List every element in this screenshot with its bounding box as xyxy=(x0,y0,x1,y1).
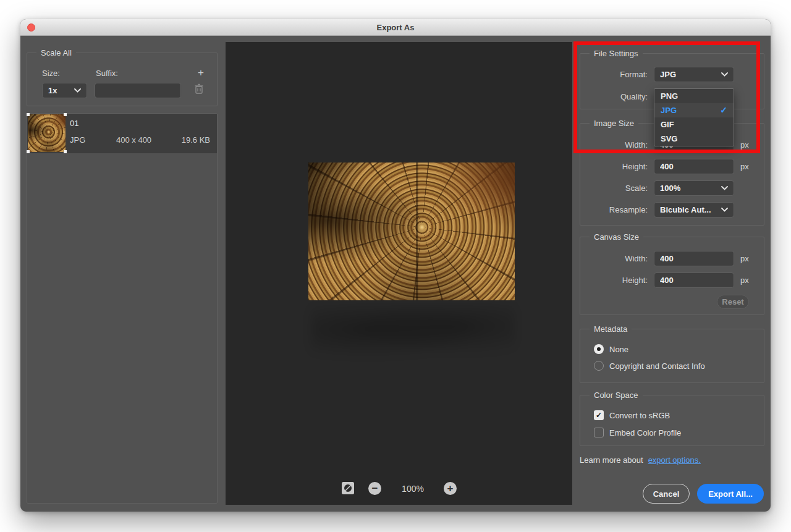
convert-srgb-label[interactable]: Convert to sRGB xyxy=(609,411,670,420)
format-label: Format: xyxy=(580,70,648,79)
format-select[interactable]: JPG xyxy=(654,67,734,82)
metadata-copyright-radio[interactable] xyxy=(594,361,604,371)
zoom-level: 100% xyxy=(394,484,431,494)
fit-view-icon[interactable] xyxy=(341,481,355,495)
export-all-button[interactable]: Export All... xyxy=(697,484,764,504)
metadata-group xyxy=(580,329,764,383)
cancel-button[interactable]: Cancel xyxy=(643,484,690,504)
image-height-unit: px xyxy=(740,162,749,171)
file-name: 01 xyxy=(70,119,78,128)
learn-more-prefix: Learn more about xyxy=(580,455,643,465)
suffix-label: Suffix: xyxy=(96,69,118,78)
metadata-copyright-label[interactable]: Copyright and Contact Info xyxy=(609,361,705,371)
menu-item-label: SVG xyxy=(661,132,677,146)
preview-reflection xyxy=(311,305,515,366)
thumbnail-image xyxy=(28,114,66,152)
color-space-title: Color Space xyxy=(590,391,643,400)
canvas-height-label: Height: xyxy=(580,276,648,285)
chevron-down-icon xyxy=(721,72,728,77)
suffix-input[interactable] xyxy=(95,83,181,98)
file-format: JPG xyxy=(70,135,85,145)
learn-more-text: Learn more aboutexport options. xyxy=(580,455,701,465)
menu-item-gif[interactable]: GIF xyxy=(654,117,734,132)
menu-item-png[interactable]: PNG xyxy=(654,89,734,103)
metadata-title: Metadata xyxy=(590,324,632,334)
export-file-list xyxy=(27,113,218,504)
export-as-dialog: Export As Scale All Size: Suffix: + 1x 0… xyxy=(20,19,771,512)
zoom-out-button[interactable]: − xyxy=(368,482,381,495)
zoom-in-button[interactable]: + xyxy=(444,482,457,495)
image-height-label: Height: xyxy=(580,162,648,171)
reset-button[interactable]: Reset xyxy=(717,295,749,309)
image-width-label: Width: xyxy=(580,140,648,150)
image-size-title: Image Size xyxy=(590,119,638,128)
metadata-none-radio[interactable] xyxy=(594,344,604,354)
menu-item-label: PNG xyxy=(661,89,678,103)
file-thumbnail xyxy=(28,114,66,152)
quality-label: Quality: xyxy=(580,92,648,101)
size-select-value: 1x xyxy=(48,83,57,98)
color-space-group xyxy=(580,395,764,446)
scale-select[interactable]: 100% xyxy=(654,180,734,196)
resample-label: Resample: xyxy=(580,205,648,214)
format-dropdown-menu: PNG JPG✓ GIF SVG xyxy=(654,88,734,146)
canvas-width-input[interactable] xyxy=(654,251,734,266)
file-dimensions: 400 x 400 xyxy=(116,135,151,145)
convert-srgb-checkbox[interactable]: ✓ xyxy=(594,410,604,420)
chevron-down-icon xyxy=(74,88,81,93)
metadata-none-label[interactable]: None xyxy=(609,345,628,354)
preview-image xyxy=(308,163,515,300)
check-icon: ✓ xyxy=(720,103,727,117)
dialog-title: Export As xyxy=(20,19,771,36)
resample-select-value: Bicubic Aut... xyxy=(660,203,711,217)
menu-item-jpg[interactable]: JPG✓ xyxy=(654,103,734,117)
embed-profile-label[interactable]: Embed Color Profile xyxy=(609,428,681,437)
image-height-input[interactable] xyxy=(654,159,734,174)
menu-item-label: JPG xyxy=(661,103,677,117)
canvas-height-unit: px xyxy=(740,276,749,285)
add-scale-button[interactable]: + xyxy=(194,66,208,80)
chevron-down-icon xyxy=(721,208,728,212)
scale-label: Scale: xyxy=(580,184,648,193)
image-width-unit: px xyxy=(740,140,749,150)
scale-select-value: 100% xyxy=(660,181,680,195)
menu-item-label: GIF xyxy=(661,117,674,132)
export-options-link[interactable]: export options. xyxy=(648,455,701,465)
trash-icon[interactable] xyxy=(194,83,204,95)
resample-select[interactable]: Bicubic Aut... xyxy=(654,202,734,217)
file-row[interactable]: 01 JPG 400 x 400 19.6 KB xyxy=(27,114,217,153)
canvas-height-input[interactable] xyxy=(654,272,734,288)
canvas-size-title: Canvas Size xyxy=(590,232,643,242)
title-bar: Export As xyxy=(20,19,771,36)
embed-profile-checkbox[interactable] xyxy=(594,428,604,437)
canvas-width-label: Width: xyxy=(580,254,648,263)
file-settings-title: File Settings xyxy=(590,49,643,58)
size-label: Size: xyxy=(42,69,60,78)
size-select[interactable]: 1x xyxy=(42,83,87,98)
format-select-value: JPG xyxy=(660,67,676,82)
file-size: 19.6 KB xyxy=(169,135,210,145)
canvas-width-unit: px xyxy=(740,254,749,263)
scale-all-title: Scale All xyxy=(36,48,76,57)
chevron-down-icon xyxy=(721,186,728,190)
menu-item-svg[interactable]: SVG xyxy=(654,132,734,146)
